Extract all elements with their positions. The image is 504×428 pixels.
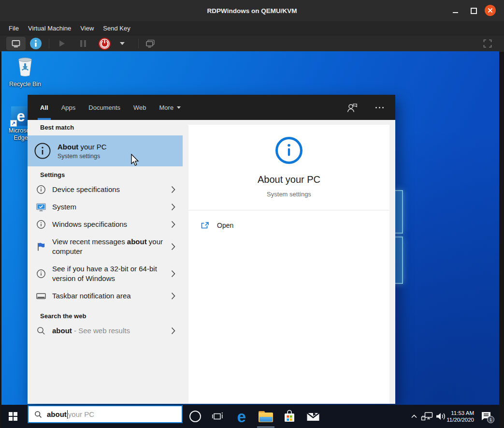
preview-card: About your PC System settings Open [188,125,389,404]
system-monitor-icon [35,202,47,212]
result-32bit-64bit[interactable]: See if you have a 32-bit or 64-bit versi… [28,260,183,287]
cortana-button[interactable] [184,405,206,428]
shutdown-menu-button[interactable] [116,37,129,50]
hardware-details-button[interactable] [29,37,43,50]
tab-all[interactable]: All [40,95,48,120]
result-taskbar-notification-area[interactable]: Taskbar notification area [28,287,183,305]
console-button[interactable] [6,37,26,50]
menubar: File Virtual Machine View Send Key [0,21,504,35]
result-system[interactable]: System [28,198,183,216]
section-best-match: Best match [40,124,74,131]
mail-button[interactable] [301,405,325,428]
result-subtitle: System settings [58,153,107,160]
info-circle-icon [35,220,47,229]
info-circle-icon [34,142,51,160]
shutdown-button[interactable] [97,37,112,50]
section-search-the-web: Search the web [40,312,86,320]
result-windows-specifications[interactable]: Windows specifications [28,216,183,233]
result-web-search[interactable]: about - See web results [28,322,183,339]
microsoft-store-icon [284,410,295,423]
window-titlebar: RDPWindows on QEMU/KVM [0,0,504,22]
result-text: View recent messages about your computer [52,237,166,256]
result-text: about - See web results [52,326,166,336]
desktop-icon-recycle-bin[interactable]: Recycle Bin [7,55,43,88]
result-about-your-pc[interactable]: About your PC System settings [28,135,183,166]
chevron-right-icon [171,221,175,228]
toolbar-separator [49,39,49,48]
maximize-button[interactable] [468,5,479,16]
divider [188,210,389,210]
user-account-icon[interactable] [346,102,358,113]
running-app-indicator [257,427,274,428]
close-icon [488,8,493,13]
start-button[interactable] [1,405,25,428]
tab-apps[interactable]: Apps [61,95,76,120]
chevron-up-icon [411,414,418,419]
text-caret [67,410,68,419]
search-input-value[interactable]: about [47,410,67,418]
close-button[interactable] [485,5,496,16]
windows-search-panel: All Apps Documents Web More Best mat [28,95,395,404]
console-window-button[interactable] [142,37,158,50]
tab-web[interactable]: Web [133,95,146,120]
menu-virtual-machine[interactable]: Virtual Machine [27,24,72,33]
edge-glyph: e [16,109,25,124]
tray-show-hidden-icons[interactable] [407,405,421,428]
preview-subtitle: System settings [188,191,389,198]
action-center-button[interactable]: 1 [475,405,497,428]
menu-view[interactable]: View [79,24,95,33]
minimize-icon [453,12,458,13]
clock-date: 11/20/2020 [446,416,474,423]
menu-send-key[interactable]: Send Key [102,24,131,33]
toolbar [0,35,504,52]
info-circle-icon [35,185,47,194]
search-icon [35,326,47,336]
store-button[interactable] [278,405,301,428]
tab-more[interactable]: More [159,95,181,120]
search-tabs-bar: All Apps Documents Web More [28,95,395,120]
flag-icon [35,242,47,251]
edge-taskbar-button[interactable]: e [230,405,254,428]
clock-time: 11:53 AM [451,410,474,416]
tray-clock[interactable]: 11:53 AM 11/20/2020 [444,405,474,428]
toolbar-separator [138,39,139,48]
tab-documents[interactable]: Documents [88,95,120,120]
desktop-icon-label: Recycle Bin [7,81,43,88]
preview-title: About your PC [188,174,389,185]
virt-manager-window: RDPWindows on QEMU/KVM File Virtual Mach… [0,0,504,428]
fullscreen-icon [483,39,492,48]
file-explorer-icon [259,411,273,422]
chevron-right-icon [171,243,175,251]
search-results-list: Best match About your PC System settings [28,120,183,404]
chevron-right-icon [171,327,175,335]
search-preview-pane: About your PC System settings Open [183,120,395,404]
minimize-button[interactable] [449,5,461,16]
search-icon [34,411,42,418]
open-action[interactable]: Open [188,218,389,233]
result-title: About your PC [58,143,107,151]
pause-button[interactable] [75,37,91,50]
windows-stack-icon [145,39,156,48]
tray-network-icon[interactable] [420,405,434,428]
recycle-bin-icon [15,55,35,77]
chevron-right-icon [171,270,175,278]
vm-display: Recycle Bin e Microsoft Edge All Apps Do… [1,51,499,428]
more-options-icon[interactable] [375,107,384,108]
file-explorer-button[interactable] [255,405,277,428]
taskbar-search-box[interactable]: about your PC [28,405,183,423]
monitor-icon [11,40,21,48]
menu-file[interactable]: File [8,24,20,33]
fullscreen-button[interactable] [480,37,495,50]
result-view-recent-messages[interactable]: View recent messages about your computer [28,233,183,260]
edge-icon: e [237,409,246,425]
chevron-down-icon [177,106,181,109]
ethernet-network-icon [421,411,433,422]
result-device-specifications[interactable]: Device specifications [28,181,183,198]
run-button[interactable] [54,37,70,50]
section-settings: Settings [40,171,65,178]
task-view-button[interactable] [206,405,229,428]
open-external-icon [201,221,209,229]
taskbar-icon [35,292,47,300]
open-label: Open [217,221,233,229]
chevron-right-icon [171,292,175,300]
